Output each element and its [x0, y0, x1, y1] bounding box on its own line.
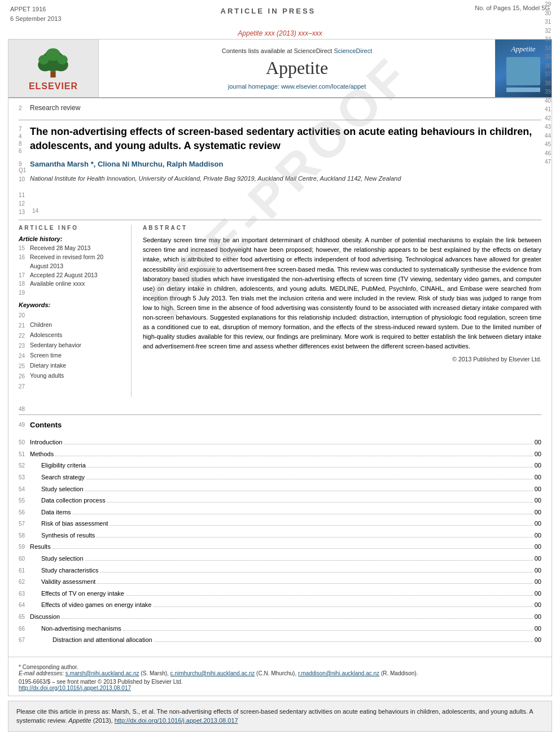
- gap-lines: 11: [19, 191, 541, 198]
- bottom-bar-doi[interactable]: http://dx.doi.org/10.1016/j.appet.2013.0…: [115, 717, 238, 724]
- toc-page: 00: [535, 635, 541, 645]
- toc-label: Results: [30, 542, 51, 552]
- abstract-text: Sedentary screen time may be an importan…: [143, 235, 541, 351]
- toc-item: 57Risk of bias assessment00: [19, 518, 541, 529]
- toc-page: 00: [535, 519, 541, 529]
- toc-label: Eligibility criteria: [30, 461, 86, 471]
- svg-point-6: [58, 55, 68, 65]
- toc-page: 00: [535, 449, 541, 460]
- copyright: © 2013 Published by Elsevier Ltd.: [143, 356, 541, 362]
- toc-label: Data items: [30, 508, 71, 518]
- toc-item: 50Introduction00: [19, 437, 541, 448]
- toc-dots: [154, 638, 533, 643]
- toc-page: 00: [535, 484, 541, 495]
- toc-item: 58Synthesis of results00: [19, 530, 541, 541]
- toc-page: 00: [535, 624, 541, 634]
- toc-item: 52Eligibility criteria00: [19, 460, 541, 471]
- toc-item: 60Study selection00: [19, 553, 541, 564]
- sciencedirect-link[interactable]: ScienceDirect: [334, 47, 372, 54]
- toc-page: 00: [535, 438, 541, 448]
- elsevier-logo: ELSEVIER: [29, 45, 78, 91]
- toc-page: 00: [535, 566, 541, 576]
- toc-label: Distraction and attentional allocation: [30, 635, 152, 645]
- affiliation-row: 10 National Institute for Health Innovat…: [19, 175, 541, 187]
- toc-label: Non-advertising mechanisms: [30, 624, 121, 634]
- gap-lines3: 13 14: [19, 208, 541, 215]
- authors-row: 9 Q1 Samantha Marsh *, Cliona Ni Mhurchu…: [19, 160, 541, 173]
- affiliation: National Institute for Health Innovation…: [30, 175, 401, 182]
- gap-lines2: 12: [19, 199, 541, 207]
- email-maddison[interactable]: r.maddison@nihi.auckland.ac.nz: [298, 670, 379, 676]
- toc-label: Effects of video games on energy intake: [30, 600, 151, 610]
- toc-dots: [126, 591, 533, 596]
- sciencedirect-text: Contents lists available at ScienceDirec…: [222, 47, 373, 54]
- journal-header: ELSEVIER Contents lists available at Sci…: [8, 40, 552, 98]
- toc-item: 63Effects of TV on energy intake00: [19, 588, 541, 599]
- abstract-label: ABSTRACT: [143, 225, 541, 231]
- title-divider: [19, 120, 541, 120]
- authors: Samantha Marsh *, Cliona Ni Mhurchu, Ral…: [30, 160, 223, 168]
- email-mhurchu[interactable]: c.nimhurchu@nihi.auckland.ac.nz: [170, 670, 255, 676]
- email-links: s.marsh@nihi.auckland.ac.nz (S. Marsh), …: [65, 670, 418, 676]
- header-left: APPET 1916 6 September 2013: [10, 5, 62, 23]
- journal-center-info: Contents lists available at ScienceDirec…: [99, 40, 495, 97]
- toc-item: 65Discussion00: [19, 611, 541, 622]
- revised-date: Received in revised form 20 August 2013: [30, 253, 123, 271]
- toc-item: 67Distraction and attentional allocation…: [19, 635, 541, 645]
- toc-dots: [53, 545, 533, 549]
- toc-page: 00: [535, 554, 541, 564]
- keyword-screen: Screen time: [30, 351, 62, 360]
- journal-homepage[interactable]: journal homepage: www.elsevier.com/locat…: [228, 83, 366, 90]
- doi-link[interactable]: http://dx.doi.org/10.1016/j.appet.2013.0…: [19, 685, 131, 691]
- contents-title: Contents: [30, 421, 62, 429]
- article-title: The non-advertising effects of screen-ba…: [30, 125, 541, 153]
- title-row: 7 4 8 6 The non-advertising effects of s…: [19, 125, 541, 158]
- toc-dots: [110, 522, 533, 526]
- keyword-adolescents: Adolescents: [30, 330, 62, 340]
- appetite-cover: Appetite: [495, 40, 552, 97]
- toc-page: 00: [535, 577, 541, 587]
- toc-page: 00: [535, 496, 541, 506]
- corresponding-author-note: * Corresponding author. E-mail addresses…: [19, 664, 541, 676]
- toc-dots: [97, 580, 532, 584]
- abstract-wrapper: Sedentary screen time may be an importan…: [143, 235, 541, 362]
- toc-page: 00: [535, 473, 541, 483]
- toc-page: 00: [535, 508, 541, 518]
- article-in-press: ARTICLE IN PRESS: [221, 5, 316, 15]
- article-info-label: ARTICLE INFO: [19, 225, 123, 231]
- article-info-column: ARTICLE INFO Article history: 15 Receive…: [19, 225, 132, 397]
- journal-cover-image: Appetite: [495, 40, 552, 97]
- keywords-list: 20 21 Children 22 Adolescents 23 Sedenta…: [19, 310, 123, 391]
- toc-label: Search strategy: [30, 473, 85, 483]
- appet-ref: APPET 1916: [10, 5, 62, 14]
- toc-dots: [107, 498, 533, 503]
- toc-label: Methods: [30, 449, 54, 460]
- toc-dots: [85, 487, 533, 491]
- toc-label: Effects of TV on energy intake: [30, 589, 124, 599]
- gap-section: 48: [8, 403, 552, 414]
- abstract-column: ABSTRACT Sedentary screen time may be an…: [143, 225, 541, 397]
- elsevier-logo-section: ELSEVIER: [8, 40, 99, 97]
- toc-dots: [64, 440, 532, 444]
- toc-item: 55Data collection process00: [19, 495, 541, 506]
- toc-label: Data collection process: [30, 496, 106, 506]
- right-line-numbers: 29 30 31 32 33 34 35 36 37 38 39 40 41 4…: [545, 0, 551, 167]
- toc-dots: [55, 452, 533, 456]
- two-column-layout: ARTICLE INFO Article history: 15 Receive…: [19, 225, 541, 397]
- toc-item: 61Study characteristics00: [19, 565, 541, 576]
- toc-dots: [153, 603, 532, 608]
- journal-link[interactable]: Appetite xxx (2013) xxx–xxx: [238, 29, 322, 37]
- model-ref: No. of Pages 15, Model 5G: [475, 5, 550, 11]
- available-date: Available online xxxx: [30, 279, 85, 289]
- cover-photo: [506, 57, 540, 85]
- keywords-section: Keywords: 20 21 Children 22 Adolescents …: [19, 302, 123, 391]
- footer-section: * Corresponding author. E-mail addresses…: [8, 657, 552, 696]
- keywords-label: Keywords:: [19, 302, 123, 308]
- toc-item: 53Search strategy00: [19, 472, 541, 483]
- toc-page: 00: [535, 600, 541, 610]
- bottom-bar-year: (2013),: [93, 717, 113, 724]
- toc-dots: [73, 510, 533, 514]
- toc-label: Discussion: [30, 612, 60, 622]
- email-marsh[interactable]: s.marsh@nihi.auckland.ac.nz: [65, 670, 139, 676]
- toc-item: 56Data items00: [19, 507, 541, 518]
